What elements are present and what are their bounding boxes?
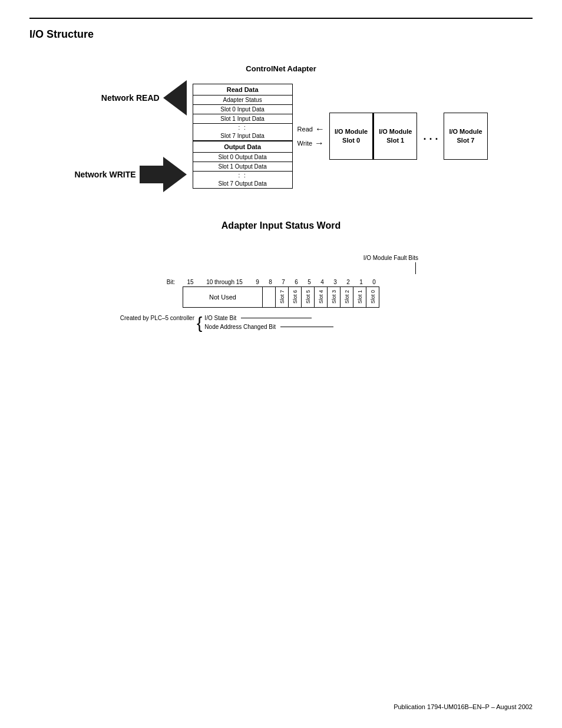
network-read-arrow-block: Network READ bbox=[101, 80, 187, 116]
slot5-cell: Slot 5 bbox=[302, 286, 315, 308]
page-title: I/O Structure bbox=[29, 28, 533, 41]
node-address-line-graphic bbox=[280, 327, 333, 327]
write-dots: : : bbox=[193, 172, 292, 179]
fault-bits-label: I/O Module Fault Bits bbox=[242, 255, 418, 261]
read-dots: : : bbox=[193, 124, 292, 131]
slot6-label: Slot 6 bbox=[292, 290, 298, 304]
adapter-row-0: Adapter Status bbox=[193, 95, 292, 105]
left-arrow-head bbox=[163, 80, 187, 116]
network-write-arrow-block: Network WRITE bbox=[74, 157, 186, 192]
io-state-bit-line-graphic bbox=[241, 318, 312, 318]
modules-dots: . . . bbox=[423, 130, 438, 143]
bit-5: 5 bbox=[303, 279, 316, 285]
io-diagram: Network READ Network WRITE R bbox=[74, 75, 487, 197]
bit-10-15: 10 through 15 bbox=[198, 279, 251, 285]
created-by-block: Created by PLC–5 controller { I/O State … bbox=[100, 315, 533, 331]
top-rule bbox=[29, 18, 533, 19]
io-module-slot7: I/O Module Slot 7 bbox=[444, 113, 487, 160]
io-module-slot0-line1: I/O Module bbox=[335, 127, 368, 136]
fault-bits-label-container: I/O Module Fault Bits bbox=[242, 255, 418, 274]
io-module-slot0-line2: Slot 0 bbox=[342, 136, 360, 145]
node-address-line: Node Address Changed Bit bbox=[204, 324, 333, 330]
slot0-label: Slot 0 bbox=[370, 290, 376, 304]
annotation-lines: I/O State Bit Node Address Changed Bit bbox=[204, 315, 333, 330]
output-data-title: Output Data bbox=[193, 141, 292, 153]
slot3-cell: Slot 3 bbox=[328, 286, 340, 308]
slot7-cell: Slot 7 bbox=[276, 286, 289, 308]
right-arrow-head bbox=[163, 157, 187, 192]
slot1-cell: Slot 1 bbox=[353, 286, 366, 308]
bit-9: 9 bbox=[251, 279, 264, 285]
node-address-label: Node Address Changed Bit bbox=[204, 324, 276, 330]
network-read-label: Network READ bbox=[101, 93, 160, 103]
slot0-cell: Slot 0 bbox=[366, 286, 379, 308]
right-arrow-connector: → bbox=[315, 138, 324, 149]
slot4-cell: Slot 4 bbox=[315, 286, 328, 308]
io-module-slot0: I/O Module Slot 0 bbox=[329, 113, 373, 160]
brace-icon: { bbox=[197, 315, 202, 331]
bit-1: 1 bbox=[355, 279, 368, 285]
io-module-slot7-line2: Slot 7 bbox=[457, 136, 475, 145]
write-label: Write bbox=[297, 140, 312, 147]
io-module-slot1: I/O Module Slot 1 bbox=[373, 113, 417, 160]
bit-6: 6 bbox=[290, 279, 303, 285]
write-arrow bbox=[140, 157, 187, 192]
slot2-cell: Slot 2 bbox=[340, 286, 353, 308]
slot1-label: Slot 1 bbox=[357, 290, 363, 304]
adapter-row-1: Slot 0 Input Data bbox=[193, 105, 292, 114]
bit-boxes-row: Not Used Slot 7 Slot 6 Slot 5 Slot 4 Slo… bbox=[183, 286, 533, 308]
adapter-write-row-1: Slot 1 Output Data bbox=[193, 162, 292, 172]
controlnet-label: ControlNet Adapter bbox=[246, 64, 316, 73]
slot5-label: Slot 5 bbox=[305, 290, 311, 304]
adapter-input-status-word-section: Adapter Input Status Word I/O Module Fau… bbox=[29, 220, 533, 331]
adapter-box: Read Data Adapter Status Slot 0 Input Da… bbox=[193, 84, 293, 189]
fault-bits-line bbox=[415, 262, 416, 274]
aisw-title: Adapter Input Status Word bbox=[29, 220, 533, 231]
slot3-label: Slot 3 bbox=[331, 290, 337, 304]
arrows-column: Network READ Network WRITE bbox=[74, 75, 186, 197]
slot2-label: Slot 2 bbox=[344, 290, 350, 304]
bit-2: 2 bbox=[342, 279, 355, 285]
footer: Publication 1794-UM016B–EN–P – August 20… bbox=[394, 703, 533, 710]
write-arrow-connector: Write → bbox=[297, 138, 324, 149]
bit-numbers-row: Bit: 15 10 through 15 9 8 7 6 5 4 3 2 1 … bbox=[159, 279, 533, 285]
io-state-bit-line: I/O State Bit bbox=[204, 315, 333, 321]
arrow-shaft-right bbox=[140, 166, 163, 183]
adapter-write-row-2: Slot 7 Output Data bbox=[193, 179, 292, 188]
bit8-cell bbox=[263, 286, 276, 308]
bit-3: 3 bbox=[329, 279, 342, 285]
read-data-title: Read Data bbox=[193, 84, 292, 95]
fault-bits-area: I/O Module Fault Bits bbox=[242, 255, 533, 274]
bit-7: 7 bbox=[277, 279, 290, 285]
bit-row-label: Bit: bbox=[159, 279, 183, 285]
read-arrow bbox=[163, 80, 187, 116]
io-module-slot1-line2: Slot 1 bbox=[386, 136, 404, 145]
bit-0: 0 bbox=[368, 279, 381, 285]
slot4-label: Slot 4 bbox=[318, 290, 324, 304]
io-state-bit-label: I/O State Bit bbox=[204, 315, 236, 321]
adapter-row-2: Slot 1 Input Data bbox=[193, 114, 292, 124]
annotations-area: Created by PLC–5 controller { I/O State … bbox=[100, 315, 533, 331]
bit-8: 8 bbox=[264, 279, 277, 285]
left-arrow-connector: ← bbox=[315, 124, 325, 134]
page: I/O Structure ControlNet Adapter Network… bbox=[0, 0, 562, 728]
read-label: Read bbox=[297, 126, 313, 133]
adapter-row-3: Slot 7 Input Data bbox=[193, 131, 292, 141]
io-modules: I/O Module Slot 0 I/O Module Slot 1 . . … bbox=[329, 113, 488, 160]
created-by-label: Created by PLC–5 controller bbox=[100, 315, 194, 321]
network-write-label: Network WRITE bbox=[74, 170, 135, 179]
read-write-labels: Read ← Write → bbox=[297, 124, 325, 149]
slot7-label: Slot 7 bbox=[279, 290, 285, 304]
adapter-write-row-0: Slot 0 Output Data bbox=[193, 153, 292, 162]
read-arrow-connector: Read ← bbox=[297, 124, 325, 134]
io-module-slot1-line1: I/O Module bbox=[379, 127, 412, 136]
not-used-cell: Not Used bbox=[183, 286, 263, 308]
bit-4: 4 bbox=[316, 279, 329, 285]
slot6-cell: Slot 6 bbox=[289, 286, 302, 308]
bit-diagram-wrapper: I/O Module Fault Bits Bit: 15 10 through… bbox=[53, 255, 533, 331]
io-diagram-container: ControlNet Adapter Network READ Network … bbox=[29, 64, 533, 197]
bit-15: 15 bbox=[183, 279, 198, 285]
io-module-slot7-line1: I/O Module bbox=[449, 127, 482, 136]
